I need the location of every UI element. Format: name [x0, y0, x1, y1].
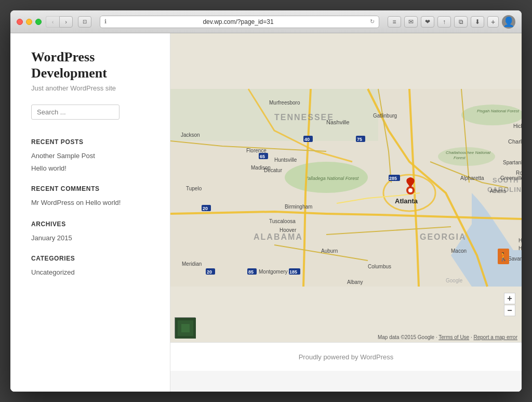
- person-icon: 🚶: [498, 252, 509, 262]
- mini-map[interactable]: [175, 317, 195, 338]
- site-title: WordPress Development: [31, 49, 159, 81]
- list-item: January 2015: [31, 233, 159, 242]
- browser-window: ‹ › ⊡ ℹ dev.wp.com/?page_id=31 ↻ ≡ ✉ ❤ ↑…: [10, 10, 522, 392]
- svg-text:40: 40: [304, 137, 310, 142]
- map-svg: Talladega National Forest Pisgah Nationa…: [170, 33, 522, 342]
- svg-text:Tupelo: Tupelo: [186, 186, 202, 191]
- recent-post-link-2[interactable]: Hello world!: [31, 164, 66, 172]
- maximize-button[interactable]: [35, 19, 42, 25]
- svg-text:Athens: Athens: [490, 188, 506, 194]
- recent-post-link-1[interactable]: Another Sample Post: [31, 152, 95, 160]
- minimize-button[interactable]: [26, 19, 32, 25]
- titlebar: ‹ › ⊡ ℹ dev.wp.com/?page_id=31 ↻ ≡ ✉ ❤ ↑…: [10, 10, 522, 33]
- map-data-text: Map data ©2015 Google: [378, 334, 434, 340]
- svg-text:20: 20: [207, 269, 212, 275]
- svg-text:Savannah: Savannah: [508, 256, 522, 262]
- close-button[interactable]: [17, 19, 23, 25]
- recent-comments-title: RECENT COMMENTS: [31, 185, 159, 192]
- svg-text:Jackson: Jackson: [181, 132, 200, 138]
- street-view-button[interactable]: 🚶: [498, 249, 509, 264]
- comment-on-text: on: [76, 199, 85, 206]
- svg-text:85: 85: [248, 269, 254, 275]
- zoom-out-button[interactable]: −: [504, 305, 515, 316]
- toolbar-right: ≡ ✉ ❤ ↑ ⧉ ⬇ + 👤: [388, 15, 515, 29]
- svg-text:Montgomery: Montgomery: [259, 269, 288, 275]
- avatar[interactable]: 👤: [502, 15, 515, 29]
- svg-text:Chattahoochee National: Chattahoochee National: [446, 150, 490, 155]
- url-bar[interactable]: ℹ dev.wp.com/?page_id=31 ↻: [100, 16, 379, 28]
- comment-author-link[interactable]: Mr WordPress: [31, 199, 74, 206]
- back-icon: ‹: [52, 19, 54, 25]
- download-icon-btn[interactable]: ⬇: [471, 16, 484, 28]
- svg-text:Spartanburg: Spartanburg: [503, 160, 522, 165]
- svg-point-4: [461, 105, 522, 125]
- copy-icon-btn[interactable]: ⧉: [454, 16, 468, 28]
- report-link[interactable]: Report a map error: [474, 334, 517, 340]
- comment-post-link[interactable]: Hello world!: [86, 199, 121, 206]
- reader-button[interactable]: ⊡: [78, 16, 91, 28]
- search-input[interactable]: [31, 105, 119, 120]
- svg-point-48: [408, 188, 413, 192]
- recent-posts-list: Another Sample Post Hello world!: [31, 151, 159, 173]
- new-tab-button[interactable]: +: [487, 16, 499, 28]
- svg-text:285: 285: [389, 176, 397, 181]
- svg-text:Albany: Albany: [347, 279, 363, 285]
- plus-icon: +: [491, 18, 495, 26]
- svg-text:Gatlinburg: Gatlinburg: [373, 113, 397, 119]
- svg-text:Hoover: Hoover: [280, 227, 297, 233]
- svg-text:Murfreesboro: Murfreesboro: [269, 100, 300, 106]
- svg-text:Alpharetta: Alpharetta: [460, 175, 484, 181]
- svg-text:Hilton Head: Hilton Head: [518, 245, 522, 251]
- sidebar: WordPress Development Just another WordP…: [10, 33, 170, 392]
- zoom-in-button[interactable]: +: [504, 293, 515, 304]
- svg-text:Macon: Macon: [451, 248, 467, 254]
- svg-text:Google: Google: [446, 278, 463, 283]
- svg-text:20: 20: [203, 206, 208, 211]
- svg-text:Huntsville: Huntsville: [274, 157, 297, 163]
- categories-title: CATEGORIES: [31, 255, 159, 262]
- forward-icon: ›: [65, 19, 67, 25]
- main-content: Talladega National Forest Pisgah Nationa…: [170, 33, 522, 392]
- svg-text:Tuscaloosa: Tuscaloosa: [269, 218, 296, 224]
- svg-text:Head Island: Head Island: [518, 238, 522, 243]
- back-button[interactable]: ‹: [46, 16, 59, 28]
- svg-text:Forest: Forest: [454, 155, 466, 160]
- svg-text:Florence: Florence: [246, 148, 267, 153]
- category-link-1[interactable]: Uncategorized: [31, 268, 75, 276]
- svg-text:Rock Hill: Rock Hill: [516, 170, 522, 176]
- url-text: dev.wp.com/?page_id=31: [110, 18, 367, 25]
- svg-text:Auburn: Auburn: [321, 248, 338, 254]
- archives-list: January 2015: [31, 233, 159, 242]
- forward-button[interactable]: ›: [59, 16, 73, 28]
- share-icon-btn[interactable]: ↑: [437, 16, 451, 28]
- svg-text:185: 185: [289, 269, 297, 275]
- list-item: Another Sample Post: [31, 151, 159, 160]
- recent-posts-title: RECENT POSTS: [31, 138, 159, 146]
- message-icon-btn[interactable]: ✉: [404, 16, 418, 28]
- refresh-icon[interactable]: ↻: [370, 18, 375, 25]
- info-icon: ℹ: [104, 18, 107, 25]
- traffic-lights: [17, 19, 42, 25]
- archive-link-1[interactable]: January 2015: [31, 234, 72, 242]
- recent-comments-entry: Mr WordPress on Hello world!: [31, 198, 159, 208]
- categories-list: Uncategorized: [31, 267, 159, 277]
- list-item: Hello world!: [31, 163, 159, 173]
- map-zoom-controls: 🚶 + −: [504, 293, 515, 316]
- svg-text:Meridian: Meridian: [182, 261, 202, 267]
- svg-text:Atlanta: Atlanta: [395, 197, 418, 205]
- svg-text:Talladega National Forest: Talladega National Forest: [305, 176, 359, 181]
- svg-text:Hickory: Hickory: [513, 123, 522, 129]
- site-tagline: Just another WordPress site: [31, 84, 159, 92]
- svg-text:Pisgah National Forest: Pisgah National Forest: [477, 109, 520, 113]
- nav-button-group: ‹ ›: [46, 16, 73, 28]
- svg-text:Nashville: Nashville: [326, 119, 350, 125]
- svg-rect-68: [181, 324, 190, 332]
- svg-text:Madison: Madison: [251, 165, 271, 171]
- pocket-icon-btn[interactable]: ❤: [421, 16, 434, 28]
- layers-icon-btn[interactable]: ≡: [388, 16, 401, 28]
- terms-link[interactable]: Terms of Use: [438, 334, 469, 340]
- map-wrapper: Talladega National Forest Pisgah Nationa…: [170, 33, 522, 342]
- svg-text:GEORGIA: GEORGIA: [420, 232, 467, 241]
- svg-text:Columbus: Columbus: [368, 264, 391, 269]
- reader-icon: ⊡: [83, 19, 87, 24]
